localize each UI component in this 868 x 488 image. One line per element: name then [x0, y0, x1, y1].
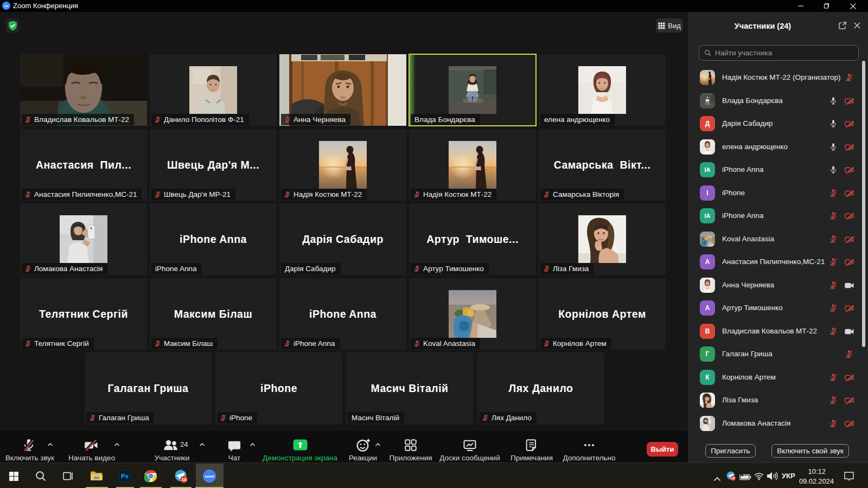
svg-text:18: 18 [182, 477, 187, 482]
svg-text:Ps: Ps [121, 473, 129, 479]
svg-text:18: 18 [731, 477, 735, 480]
svg-text:zoom: zoom [205, 474, 214, 478]
svg-text:zm: zm [4, 4, 9, 8]
